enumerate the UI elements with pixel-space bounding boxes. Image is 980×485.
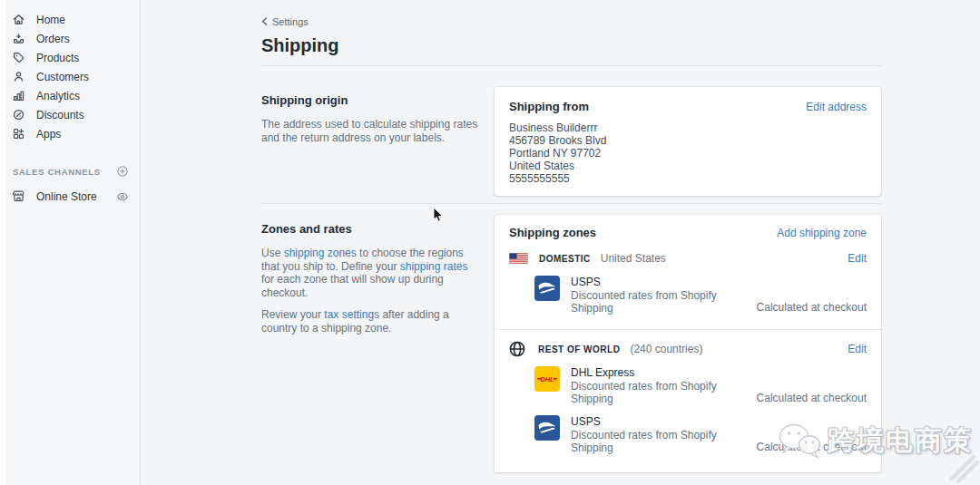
rate-price: Calculated at checkout: [757, 441, 867, 454]
rate-price: Calculated at checkout: [757, 392, 867, 405]
sidebar-item-label: Home: [36, 14, 65, 26]
section-description: Review your tax settings after adding a …: [261, 308, 478, 335]
text-run: Use: [261, 247, 284, 259]
customers-icon: [12, 70, 25, 83]
rate-price: Calculated at checkout: [757, 301, 867, 315]
sidebar-item-products[interactable]: Products: [0, 48, 140, 67]
sidebar-item-home[interactable]: Home: [0, 10, 140, 29]
add-shipping-zone-link[interactable]: Add shipping zone: [777, 227, 867, 239]
rate-description: Discounted rates from Shopify Shipping: [571, 289, 757, 315]
dhl-logo: DHL: [534, 366, 560, 392]
address-line: 456789 Brooks Blvd: [509, 134, 867, 147]
text-run: Review your: [261, 308, 324, 321]
zone-name: REST OF WORLD: [538, 344, 620, 354]
address-line: Business Builderrr: [509, 121, 867, 134]
sidebar-item-discounts[interactable]: Discounts: [0, 105, 140, 124]
sidebar-item-analytics[interactable]: Analytics: [0, 86, 140, 105]
sidebar-item-label: Products: [36, 52, 79, 64]
rate-row-dhl: DHL DHL Express Discounted rates from Sh…: [534, 366, 867, 405]
sidebar-item-online-store[interactable]: Online Store: [0, 187, 140, 206]
zone-row-domestic: DOMESTIC United States Edit: [495, 247, 881, 270]
rate-description: Discounted rates from Shopify Shipping: [571, 429, 757, 454]
sidebar-item-label: Analytics: [36, 90, 80, 102]
usps-logo: [534, 415, 560, 441]
sidebar-item-label: Discounts: [36, 109, 84, 121]
sidebar-item-apps[interactable]: Apps: [0, 124, 140, 143]
zone-region: United States: [601, 252, 666, 265]
address-line: United States: [509, 160, 867, 172]
carrier-name: USPS: [571, 276, 757, 288]
section-divider: [261, 203, 881, 204]
text-run: for each zone that will show up during c…: [261, 273, 444, 299]
chevron-left-icon: [261, 17, 268, 25]
zone-name: DOMESTIC: [539, 254, 591, 264]
sidebar-item-label: Orders: [36, 33, 70, 45]
sidebar-item-label: Customers: [36, 71, 89, 83]
shipping-rates-link[interactable]: shipping rates: [400, 260, 468, 273]
page-header: Settings Shipping: [261, 0, 881, 66]
zones-rates-section: Zones and rates Use shipping zones to ch…: [261, 215, 881, 472]
home-icon: [12, 13, 25, 26]
sidebar-edge: [0, 0, 6, 485]
dhl-logo-text: DHL: [541, 375, 554, 383]
sales-channels-header: SALES CHANNELS: [0, 163, 140, 179]
breadcrumb[interactable]: Settings: [261, 16, 309, 27]
usps-logo: [534, 276, 560, 301]
zone-region: (240 countries): [630, 343, 702, 355]
shipping-from-card: Shipping from Edit address Business Buil…: [495, 87, 881, 196]
rate-row-usps: USPS Discounted rates from Shopify Shipp…: [534, 276, 867, 315]
globe-icon: [508, 340, 526, 358]
section-description: Use shipping zones to choose the regions…: [261, 247, 478, 299]
discounts-icon: [12, 108, 25, 121]
plus-circle-icon[interactable]: [116, 165, 129, 178]
edit-zone-link[interactable]: Edit: [848, 252, 867, 265]
rate-description: Discounted rates from Shopify Shipping: [571, 380, 757, 405]
products-icon: [12, 51, 25, 64]
shipping-zones-link[interactable]: shipping zones: [284, 247, 357, 259]
sidebar-item-orders[interactable]: Orders: [0, 29, 140, 48]
card-title: Shipping zones: [509, 226, 777, 239]
page-title: Shipping: [261, 35, 881, 56]
sales-channels-label: SALES CHANNELS: [13, 167, 116, 177]
shipping-zones-card: Shipping zones Add shipping zone DOMESTI…: [495, 215, 881, 472]
sidebar: Home Orders Products Customers Analytics…: [0, 0, 141, 485]
analytics-icon: [12, 89, 25, 102]
edit-zone-link[interactable]: Edit: [848, 343, 867, 355]
apps-icon: [12, 127, 25, 141]
us-flag-icon: [509, 253, 528, 264]
store-icon: [12, 189, 25, 203]
card-title: Shipping from: [509, 100, 806, 113]
section-heading: Zones and rates: [261, 222, 478, 236]
shipping-origin-section: Shipping origin The address used to calc…: [261, 66, 881, 196]
breadcrumb-label: Settings: [272, 16, 309, 27]
zone-row-rest-of-world: REST OF WORLD (240 countries) Edit: [495, 337, 881, 361]
sidebar-item-label: Online Store: [36, 190, 116, 203]
sidebar-item-label: Apps: [36, 128, 61, 141]
rate-row-usps: USPS Discounted rates from Shopify Shipp…: [534, 415, 867, 454]
section-description: The address used to calculate shipping r…: [261, 118, 478, 144]
sidebar-item-customers[interactable]: Customers: [0, 67, 140, 86]
eye-icon[interactable]: [116, 190, 129, 203]
main-content: Settings Shipping Shipping origin The ad…: [142, 0, 980, 485]
address-line: 5555555555: [509, 172, 867, 185]
carrier-name: DHL Express: [571, 366, 757, 379]
shipping-address: Business Builderrr 456789 Brooks Blvd Po…: [509, 121, 867, 185]
orders-icon: [12, 32, 25, 45]
zone-divider: [495, 329, 881, 330]
carrier-name: USPS: [571, 415, 757, 428]
edit-address-link[interactable]: Edit address: [806, 101, 867, 113]
address-line: Portland NY 97702: [509, 147, 867, 160]
tax-settings-link[interactable]: tax settings: [324, 308, 379, 321]
section-heading: Shipping origin: [261, 93, 478, 107]
